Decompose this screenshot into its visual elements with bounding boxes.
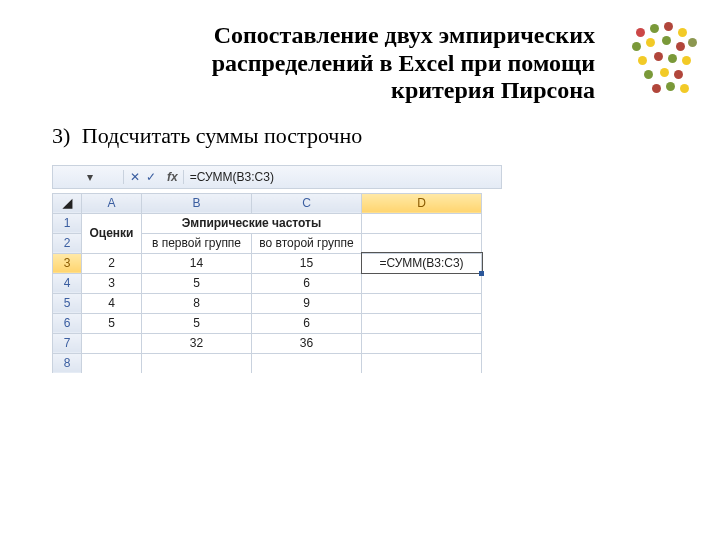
cell-a8[interactable] (82, 353, 142, 373)
formula-text[interactable]: =СУММ(B3:C3) (184, 170, 501, 184)
slide-title: Сопоставление двух эмпирических распреде… (150, 22, 595, 105)
formula-bar-icons: ✕ ✓ (124, 170, 162, 184)
row-header-2[interactable]: 2 (53, 233, 82, 253)
cell-c3[interactable]: 15 (252, 253, 362, 273)
row-header-4[interactable]: 4 (53, 273, 82, 293)
step-number: 3) (52, 123, 70, 148)
enter-icon[interactable]: ✓ (146, 170, 156, 184)
cell-c2[interactable]: во второй группе (252, 233, 362, 253)
cell-c4[interactable]: 6 (252, 273, 362, 293)
formula-bar[interactable]: ▾ ✕ ✓ fx =СУММ(B3:C3) (52, 165, 502, 189)
cell-d5[interactable] (362, 293, 482, 313)
row-header-6[interactable]: 6 (53, 313, 82, 333)
col-header-c[interactable]: C (252, 193, 362, 213)
excel-fragment: ▾ ✕ ✓ fx =СУММ(B3:C3) ◢ A B C D 1 Оце (52, 165, 502, 373)
cell-d6[interactable] (362, 313, 482, 333)
row-header-5[interactable]: 5 (53, 293, 82, 313)
cell-a3[interactable]: 2 (82, 253, 142, 273)
col-header-a[interactable]: A (82, 193, 142, 213)
cell-a6[interactable]: 5 (82, 313, 142, 333)
row-header-3[interactable]: 3 (53, 253, 82, 273)
slide: Сопоставление двух эмпирических распреде… (0, 0, 720, 540)
cell-a1[interactable]: Оценки (82, 213, 142, 253)
step-line: 3) Подсчитать суммы построчно (52, 123, 690, 149)
cell-b5[interactable]: 8 (142, 293, 252, 313)
decorative-dots (628, 22, 698, 102)
name-box[interactable]: ▾ (53, 170, 124, 184)
cell-d2[interactable] (362, 233, 482, 253)
row-header-8[interactable]: 8 (53, 353, 82, 373)
select-all-corner[interactable]: ◢ (53, 193, 82, 213)
cell-c5[interactable]: 9 (252, 293, 362, 313)
cell-bc1[interactable]: Эмпирические частоты (142, 213, 362, 233)
row-header-1[interactable]: 1 (53, 213, 82, 233)
cell-d1[interactable] (362, 213, 482, 233)
cell-d3-formula[interactable]: =СУММ(B3:C3) (362, 253, 482, 273)
col-header-b[interactable]: B (142, 193, 252, 213)
spreadsheet[interactable]: ◢ A B C D 1 Оценки Эмпирические частоты … (52, 193, 482, 373)
cell-d7[interactable] (362, 333, 482, 353)
cell-a5[interactable]: 4 (82, 293, 142, 313)
cancel-icon[interactable]: ✕ (130, 170, 140, 184)
col-header-d[interactable]: D (362, 193, 482, 213)
cell-d4[interactable] (362, 273, 482, 293)
cell-b3[interactable]: 14 (142, 253, 252, 273)
row-header-7[interactable]: 7 (53, 333, 82, 353)
cell-d8[interactable] (362, 353, 482, 373)
fx-icon[interactable]: fx (162, 170, 184, 184)
cell-c8[interactable] (252, 353, 362, 373)
cell-c6[interactable]: 6 (252, 313, 362, 333)
cell-b4[interactable]: 5 (142, 273, 252, 293)
step-text: Подсчитать суммы построчно (82, 123, 362, 148)
cell-b6[interactable]: 5 (142, 313, 252, 333)
cell-a7[interactable] (82, 333, 142, 353)
cell-c7[interactable]: 36 (252, 333, 362, 353)
cell-a4[interactable]: 3 (82, 273, 142, 293)
cell-b7[interactable]: 32 (142, 333, 252, 353)
cell-b2[interactable]: в первой группе (142, 233, 252, 253)
cell-b8[interactable] (142, 353, 252, 373)
